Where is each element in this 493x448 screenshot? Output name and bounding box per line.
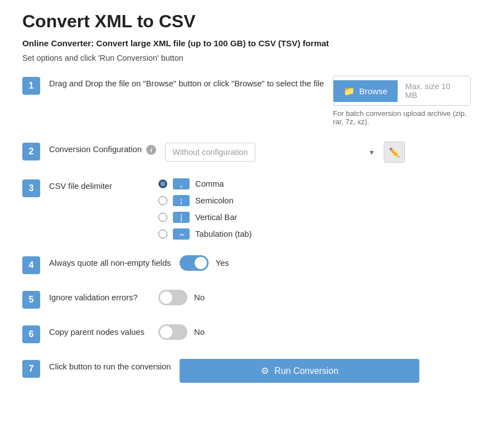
folder-icon: 📁 (344, 86, 355, 96)
always-quote-toggle[interactable] (180, 255, 209, 271)
step-7-label: Click button to run the conversion (49, 359, 171, 371)
copy-parent-toggle[interactable] (158, 324, 187, 340)
ignore-errors-slider (158, 290, 187, 305)
config-row: Without configuration ✏️ (165, 142, 405, 163)
vertical-badge: | (173, 212, 190, 223)
step-1-control: 📁 Browse Max. size 10 MB For batch conve… (333, 76, 471, 126)
step-4-label: Always quote all non-empty fields (49, 255, 171, 267)
step-6-toggle-row: No (158, 324, 471, 340)
delimiter-semicolon[interactable]: ; Semicolon (158, 195, 471, 206)
step-1-row: 1 Drag and Drop the file on "Browse" but… (22, 76, 471, 126)
step-3-control: , Comma ; Semicolon | Vertical Bar → Tab… (158, 178, 471, 240)
browse-button[interactable]: 📁 Browse (334, 80, 398, 102)
run-conversion-button[interactable]: ⚙ Run Conversion (180, 359, 419, 383)
delimiter-options: , Comma ; Semicolon | Vertical Bar → Tab… (158, 178, 471, 240)
vertical-label: Vertical Bar (195, 213, 237, 222)
step-5-number: 5 (22, 291, 40, 309)
step-7-row: 7 Click button to run the conversion ⚙ R… (22, 359, 471, 383)
delimiter-comma[interactable]: , Comma (158, 178, 471, 189)
config-info-icon[interactable]: i (146, 145, 156, 155)
tab-badge: → (173, 228, 190, 240)
config-edit-button[interactable]: ✏️ (384, 142, 405, 163)
delimiter-semicolon-radio[interactable] (158, 196, 167, 205)
browse-label: Browse (359, 86, 388, 96)
step-6-number: 6 (22, 325, 40, 343)
step-4-number: 4 (22, 256, 40, 274)
step-4-toggle-row: Yes (180, 255, 471, 271)
step-5-control: No (158, 290, 471, 305)
comma-badge: , (173, 178, 190, 189)
semicolon-label: Semicolon (195, 196, 234, 205)
page-title: Convert XML to CSV (22, 11, 471, 32)
semicolon-badge: ; (173, 195, 190, 206)
ignore-errors-toggle[interactable] (158, 290, 187, 305)
step-7-number: 7 (22, 360, 40, 378)
step-3-number: 3 (22, 179, 40, 197)
delimiter-tab[interactable]: → Tabulation (tab) (158, 228, 471, 240)
step-2-row: 2 Conversion Configuration i Without con… (22, 142, 471, 163)
config-select-wrapper: Without configuration (165, 143, 379, 162)
delimiter-vertical-radio[interactable] (158, 213, 167, 222)
step-3-label: CSV file delimiter (49, 178, 149, 191)
delimiter-vertical[interactable]: | Vertical Bar (158, 212, 471, 223)
step-1-label: Drag and Drop the file on "Browse" butto… (49, 76, 324, 88)
step-4-control: Yes (180, 255, 471, 271)
step-6-label: Copy parent nodes values (49, 324, 149, 337)
delimiter-tab-radio[interactable] (158, 230, 167, 238)
step-3-row: 3 CSV file delimiter , Comma ; Semicolon… (22, 178, 471, 240)
step-6-row: 6 Copy parent nodes values No (22, 324, 471, 343)
config-select[interactable]: Without configuration (165, 143, 255, 162)
page-description: Set options and click 'Run Conversion' b… (22, 53, 471, 62)
delimiter-comma-radio[interactable] (158, 179, 167, 188)
page-subtitle: Online Converter: Convert large XML file… (22, 38, 471, 48)
browse-row: 📁 Browse Max. size 10 MB (333, 76, 471, 106)
step-5-row: 5 Ignore validation errors? No (22, 290, 471, 309)
gear-icon: ⚙ (261, 366, 269, 376)
step-4-row: 4 Always quote all non-empty fields Yes (22, 255, 471, 274)
step-6-control: No (158, 324, 471, 340)
step-5-toggle-row: No (158, 290, 471, 305)
step-2-number: 2 (22, 143, 40, 160)
always-quote-value: Yes (215, 259, 229, 267)
step-5-label: Ignore validation errors? (49, 290, 149, 302)
step-1-number: 1 (22, 77, 40, 95)
step-7-control: ⚙ Run Conversion (180, 359, 471, 383)
copy-parent-slider (158, 324, 187, 340)
batch-note: For batch conversion upload archive (zip… (333, 109, 471, 126)
step-2-label: Conversion Configuration i (49, 142, 156, 155)
run-conversion-label: Run Conversion (274, 366, 339, 376)
step-2-control: Without configuration ✏️ (165, 142, 471, 163)
comma-label: Comma (195, 179, 224, 188)
tab-label: Tabulation (tab) (195, 230, 252, 238)
file-size-limit: Max. size 10 MB (398, 76, 470, 105)
copy-parent-value: No (194, 328, 205, 337)
pencil-icon: ✏️ (389, 147, 400, 158)
ignore-errors-value: No (194, 293, 205, 302)
always-quote-slider (180, 255, 209, 271)
